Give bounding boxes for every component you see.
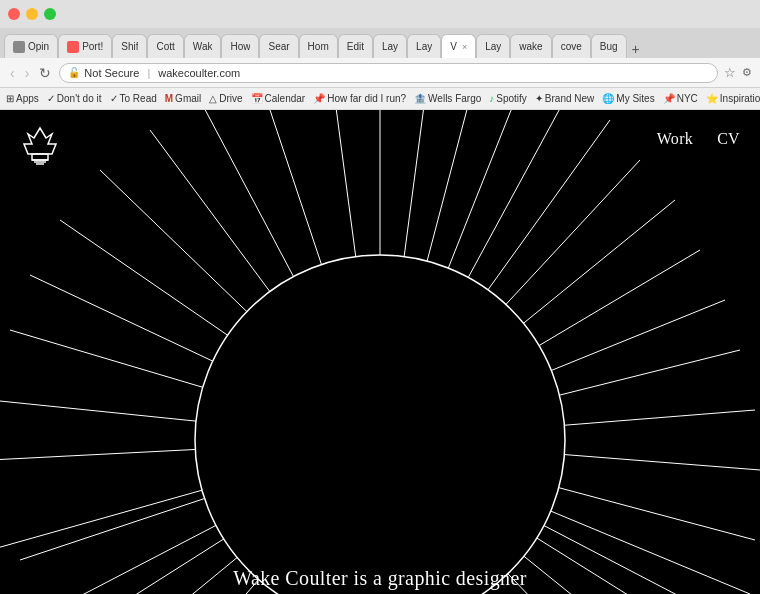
site-logo[interactable] (20, 126, 60, 170)
tab-label-shif: Shif (121, 41, 138, 52)
tab-label-cott: Cott (156, 41, 174, 52)
tab-v-active[interactable]: V × (441, 34, 476, 58)
bm-howfar[interactable]: 📌 How far did I run? (313, 93, 406, 104)
tab-shif[interactable]: Shif (112, 34, 147, 58)
close-button[interactable] (8, 8, 20, 20)
bm-apps-label: Apps (16, 93, 39, 104)
tab-close-icon[interactable]: × (462, 42, 467, 52)
bm-inspo[interactable]: ⭐ Inspirations (706, 93, 760, 104)
bm-wells-label: Wells Fargo (428, 93, 481, 104)
bm-gmail[interactable]: M Gmail (165, 93, 201, 104)
brandnew-icon: ✦ (535, 93, 543, 104)
spotify-icon: ♪ (489, 93, 494, 104)
tab-cott[interactable]: Cott (147, 34, 183, 58)
calendar-icon: 📅 (251, 93, 263, 104)
maximize-button[interactable] (44, 8, 56, 20)
title-bar (0, 0, 760, 28)
bm-apps[interactable]: ⊞ Apps (6, 93, 39, 104)
forward-button[interactable]: › (23, 63, 32, 83)
tab-bug[interactable]: Bug (591, 34, 627, 58)
bm-brandnew-label: Brand New (545, 93, 594, 104)
nav-work-link[interactable]: Work (657, 130, 693, 148)
url-not-secure-label: Not Secure (84, 67, 139, 79)
howfar-icon: 📌 (313, 93, 325, 104)
tab-label-wake2: wake (519, 41, 542, 52)
svg-rect-1 (32, 154, 48, 160)
minimize-button[interactable] (26, 8, 38, 20)
bm-drive[interactable]: △ Drive (209, 93, 242, 104)
tab-port[interactable]: Port! (58, 34, 112, 58)
tab-lay2[interactable]: Lay (407, 34, 441, 58)
bm-toread[interactable]: ✓ To Read (110, 93, 157, 104)
site-tagline: Wake Coulter is a graphic designer (0, 567, 760, 590)
bm-inspo-label: Inspirations (720, 93, 760, 104)
address-bar[interactable]: 🔓 Not Secure | wakecoulter.com (59, 63, 718, 83)
bm-wells[interactable]: 🏦 Wells Fargo (414, 93, 481, 104)
svg-point-47 (195, 255, 565, 594)
bm-calendar[interactable]: 📅 Calendar (251, 93, 306, 104)
tab-label-wak: Wak (193, 41, 213, 52)
bm-brandnew[interactable]: ✦ Brand New (535, 93, 594, 104)
apps-icon: ⊞ (6, 93, 14, 104)
tab-label-lay1: Lay (382, 41, 398, 52)
tab-label-bug: Bug (600, 41, 618, 52)
bm-howfar-label: How far did I run? (327, 93, 406, 104)
tab-label: Opin (28, 41, 49, 52)
toread-icon: ✓ (110, 93, 118, 104)
new-tab-button[interactable]: + (627, 40, 645, 58)
tab-sear[interactable]: Sear (259, 34, 298, 58)
tab-cove[interactable]: cove (552, 34, 591, 58)
back-button[interactable]: ‹ (8, 63, 17, 83)
tab-edit[interactable]: Edit (338, 34, 373, 58)
bm-spotify[interactable]: ♪ Spotify (489, 93, 527, 104)
tab-label-cove: cove (561, 41, 582, 52)
tab-label-lay2: Lay (416, 41, 432, 52)
tab-lay1[interactable]: Lay (373, 34, 407, 58)
bm-toread-label: To Read (120, 93, 157, 104)
gmail-icon: M (165, 93, 173, 104)
tab-wak[interactable]: Wak (184, 34, 222, 58)
drive-icon: △ (209, 93, 217, 104)
tab-hom[interactable]: Hom (299, 34, 338, 58)
site-nav: Work CV (657, 130, 740, 148)
extensions-icon[interactable]: ⚙ (742, 66, 752, 79)
tab-bar: Opin Port! Shif Cott Wak How Sear Hom Ed… (0, 28, 760, 58)
bm-mysites[interactable]: 🌐 My Sites (602, 93, 654, 104)
bookmark-bar: ⊞ Apps ✓ Don't do it ✓ To Read M Gmail △… (0, 88, 760, 110)
bm-nyc[interactable]: 📌 NYC (663, 93, 698, 104)
bm-calendar-label: Calendar (265, 93, 306, 104)
url-display: wakecoulter.com (158, 67, 240, 79)
tab-how[interactable]: How (221, 34, 259, 58)
site-content: Work CV (0, 110, 760, 594)
wells-icon: 🏦 (414, 93, 426, 104)
mysites-icon: 🌐 (602, 93, 614, 104)
bm-nyc-label: NYC (677, 93, 698, 104)
bm-gmail-label: Gmail (175, 93, 201, 104)
tab-opin[interactable]: Opin (4, 34, 58, 58)
tab-lay3[interactable]: Lay (476, 34, 510, 58)
sunburst-graphic (0, 110, 760, 594)
refresh-button[interactable]: ↻ (37, 63, 53, 83)
browser-window: Opin Port! Shif Cott Wak How Sear Hom Ed… (0, 0, 760, 594)
tab-label-sear: Sear (268, 41, 289, 52)
tab-label-hom: Hom (308, 41, 329, 52)
dont-icon: ✓ (47, 93, 55, 104)
nav-cv-link[interactable]: CV (717, 130, 740, 148)
tab-favicon (13, 41, 25, 53)
tab-label-port: Port! (82, 41, 103, 52)
logo-svg (20, 126, 60, 166)
tab-favicon-port (67, 41, 79, 53)
inspo-icon: ⭐ (706, 93, 718, 104)
url-separator: | (147, 67, 150, 79)
bm-mysites-label: My Sites (616, 93, 654, 104)
bm-dont-label: Don't do it (57, 93, 102, 104)
nav-bar: ‹ › ↻ 🔓 Not Secure | wakecoulter.com ☆ ⚙ (0, 58, 760, 88)
nyc-icon: 📌 (663, 93, 675, 104)
tab-label-how: How (230, 41, 250, 52)
tab-wake2[interactable]: wake (510, 34, 551, 58)
bookmark-star-icon[interactable]: ☆ (724, 65, 736, 80)
tab-label-edit: Edit (347, 41, 364, 52)
bm-dont[interactable]: ✓ Don't do it (47, 93, 102, 104)
tab-label-v: V (450, 41, 457, 52)
tab-label-lay3: Lay (485, 41, 501, 52)
